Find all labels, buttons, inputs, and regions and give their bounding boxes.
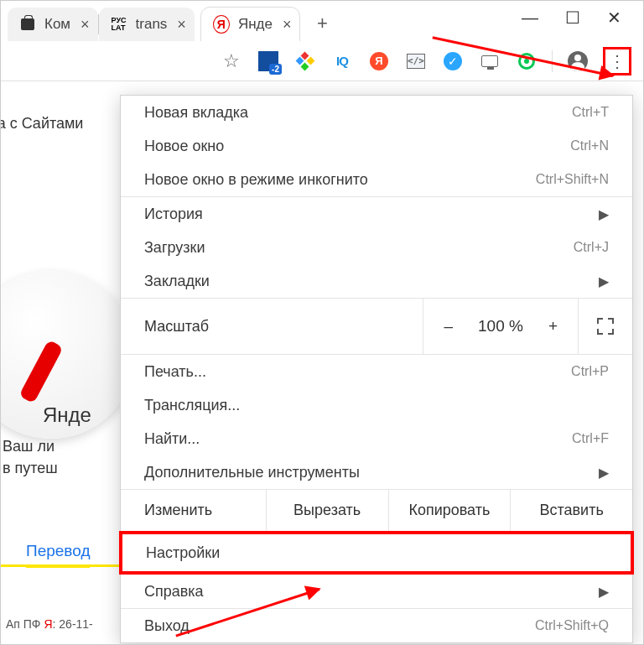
menu-print[interactable]: Печать... Ctrl+P: [121, 355, 632, 388]
menu-item-label: Новая вкладка: [144, 104, 248, 122]
menu-bookmarks[interactable]: Закладки ▶: [121, 264, 632, 298]
footer-text: Ап ПФ Я: 26-11-: [6, 617, 93, 631]
menu-item-label: Трансляция...: [144, 397, 240, 414]
menu-item-label: Новое окно: [144, 138, 224, 155]
shortcut-text: Ctrl+Shift+Q: [535, 618, 609, 633]
tab-0-title: Ком: [44, 16, 70, 33]
page-subtext-fragment: Ваш лив путеш: [3, 435, 58, 479]
iq-extension-icon[interactable]: IQ: [330, 49, 354, 73]
shortcut-text: Ctrl+P: [571, 364, 609, 379]
menu-history[interactable]: История ▶: [121, 197, 632, 231]
menu-downloads[interactable]: Загрузки Ctrl+J: [121, 231, 632, 264]
menu-settings[interactable]: Настройки: [119, 531, 634, 575]
edit-cut[interactable]: Вырезать: [266, 489, 388, 531]
menu-new-tab[interactable]: Новая вкладка Ctrl+T: [121, 96, 632, 129]
menu-item-label: Дополнительные инструменты: [144, 464, 360, 481]
translate-link[interactable]: Перевод: [26, 541, 90, 568]
shortcut-text: Ctrl+Shift+N: [536, 172, 609, 187]
bookmark-star-icon[interactable]: ☆: [220, 49, 243, 73]
window-close[interactable]: ✕: [607, 8, 621, 28]
zoom-value: 100 %: [478, 317, 523, 336]
page-text-fragment: ота с Сайтами: [0, 115, 83, 133]
tab-0[interactable]: Ком ×: [8, 8, 98, 41]
window-minimize[interactable]: —: [522, 8, 538, 28]
edit-copy[interactable]: Копировать: [388, 489, 511, 531]
menu-item-label: Загрузки: [144, 239, 205, 257]
color-dots-icon[interactable]: [293, 49, 317, 73]
shortcut-text: Ctrl+T: [572, 105, 609, 120]
extension-puzzle-icon[interactable]: [257, 49, 280, 73]
zoom-label: Масштаб: [121, 318, 423, 336]
submenu-arrow-icon: ▶: [599, 465, 609, 481]
menu-zoom: Масштаб – 100 % +: [121, 299, 632, 354]
zoom-in-button[interactable]: +: [548, 317, 558, 336]
tab-1-title: trans: [136, 16, 168, 33]
new-tab-button[interactable]: +: [308, 9, 336, 38]
ruslat-icon: РУСLAT: [111, 16, 127, 33]
menu-cast[interactable]: Трансляция...: [121, 388, 632, 422]
submenu-arrow-icon: ▶: [599, 206, 609, 222]
menu-incognito[interactable]: Новое окно в режиме инкогнито Ctrl+Shift…: [121, 163, 632, 196]
dev-extension-icon[interactable]: </>: [404, 49, 428, 73]
menu-item-label: История: [144, 205, 203, 223]
menu-item-label: Справка: [144, 583, 204, 601]
edit-label: Изменить: [121, 489, 266, 531]
main-menu: Новая вкладка Ctrl+T Новое окно Ctrl+N Н…: [120, 95, 633, 643]
page-title-fragment: Янде: [43, 403, 91, 427]
yandex-favicon-icon: Я: [213, 16, 230, 33]
check-extension-icon[interactable]: ✓: [441, 49, 465, 73]
menu-find[interactable]: Найти... Ctrl+F: [121, 422, 632, 455]
tab-1[interactable]: РУСLAT trans ×: [99, 8, 195, 41]
tab-2-active[interactable]: Я Янде ×: [201, 8, 300, 41]
fullscreen-icon[interactable]: [597, 318, 614, 335]
window-maximize[interactable]: ☐: [565, 8, 580, 28]
submenu-arrow-icon: ▶: [599, 584, 609, 600]
tab-2-title: Янде: [238, 16, 273, 33]
shortcut-text: Ctrl+F: [572, 431, 609, 446]
briefcase-icon: [19, 16, 36, 33]
menu-new-window[interactable]: Новое окно Ctrl+N: [121, 129, 632, 163]
menu-exit[interactable]: Выход Ctrl+Shift+Q: [121, 609, 632, 642]
menu-help[interactable]: Справка ▶: [121, 575, 632, 608]
menu-item-label: Настройки: [146, 544, 220, 562]
menu-more-tools[interactable]: Дополнительные инструменты ▶: [121, 455, 632, 489]
submenu-arrow-icon: ▶: [599, 273, 609, 289]
menu-item-label: Найти...: [144, 430, 200, 448]
green-ring-icon[interactable]: [515, 49, 538, 73]
yandex-extension-icon[interactable]: Я: [367, 49, 391, 73]
menu-item-label: Новое окно в режиме инкогнито: [144, 171, 368, 189]
shortcut-text: Ctrl+N: [570, 138, 609, 153]
shortcut-text: Ctrl+J: [574, 240, 609, 255]
menu-item-label: Закладки: [144, 273, 210, 290]
tab-0-close[interactable]: ×: [80, 16, 90, 34]
edit-paste[interactable]: Вставить: [510, 489, 632, 531]
menu-item-label: Печать...: [144, 363, 206, 381]
menu-edit-row: Изменить Вырезать Копировать Вставить: [121, 489, 632, 531]
tab-2-close[interactable]: ×: [283, 16, 292, 34]
tab-1-close[interactable]: ×: [177, 16, 186, 34]
zoom-out-button[interactable]: –: [444, 317, 453, 336]
